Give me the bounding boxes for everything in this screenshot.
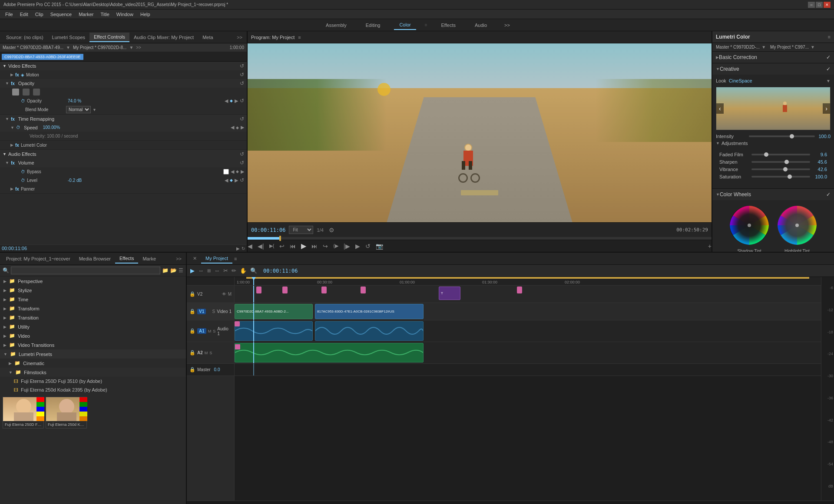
speed-right-arrow[interactable]: ▶ (241, 125, 244, 130)
tab-color[interactable]: Color (394, 20, 416, 30)
speed-left-arrow[interactable]: ◀ (231, 125, 234, 130)
tool-pen[interactable]: ✏ (231, 267, 237, 275)
motion-reset[interactable]: ↺ (240, 72, 244, 78)
v1-clip-1[interactable]: C9970D2D-8BA7-4933-A0BD-2... (235, 304, 313, 319)
effects-group-time[interactable]: ▶ 📁 Time (0, 295, 186, 304)
motion-expand[interactable]: ▶ (10, 72, 13, 77)
tab-effect-controls[interactable]: Effect Controls (89, 33, 129, 42)
volume-reset[interactable]: ↺ (240, 160, 244, 166)
blend-mode-arrow[interactable]: ▼ (93, 108, 96, 112)
ec-play-icon[interactable]: ▶ (236, 246, 240, 251)
transport-back5[interactable]: ↩ (279, 243, 285, 250)
master-lock-icon[interactable]: 🔒 (189, 367, 195, 372)
faded-film-thumb[interactable] (764, 152, 768, 157)
preview-next-arrow[interactable]: › (823, 103, 830, 114)
effects-group-transform[interactable]: ▶ 📁 Transform (0, 304, 186, 313)
creative-check[interactable]: ✓ (826, 66, 831, 72)
preview-prev-arrow[interactable]: ‹ (716, 103, 724, 114)
speed-keyframe-btn[interactable]: ◆ (236, 125, 239, 130)
transport-rewind[interactable]: ⏮ (290, 243, 296, 250)
menu-marker[interactable]: Marker (75, 11, 97, 18)
blend-mode-select[interactable]: Normal (66, 106, 91, 113)
shadow-tint-wheel[interactable] (728, 204, 771, 247)
tool-ripple[interactable]: ↔ (197, 267, 205, 275)
color-wheels-header[interactable]: ▼ Color Wheels ✓ (712, 189, 834, 200)
timeline-scrollbar[interactable] (187, 501, 834, 504)
transport-play-out[interactable]: {▶ (333, 243, 338, 249)
a1-clip-1[interactable] (235, 321, 313, 340)
tl-close-icon[interactable]: ✕ (189, 254, 201, 263)
timeline-tabs-more[interactable] (827, 257, 832, 260)
basic-correction-check[interactable]: ✓ (826, 54, 831, 60)
video-effects-header[interactable]: ▼ Video Effects ↺ (0, 62, 247, 70)
tool-select[interactable]: ▶ (189, 267, 195, 275)
tab-audio-clip-mixer[interactable]: Audio Clip Mixer: My Project (129, 33, 198, 42)
menu-edit[interactable]: Edit (17, 11, 32, 18)
time-remap-reset[interactable]: ↺ (240, 116, 244, 122)
lower-left-tabs-more[interactable]: >> (173, 254, 184, 263)
speed-expand[interactable]: ▼ (10, 125, 14, 130)
bypass-right-arrow[interactable]: ▶ (241, 169, 244, 175)
time-remap-expand[interactable]: ▼ (5, 117, 9, 121)
tab-meta[interactable]: Meta (198, 33, 217, 42)
speed-value[interactable]: 100.00% (43, 125, 60, 130)
opacity-right-arrow[interactable]: ▶ (235, 98, 238, 104)
effects-group-transition[interactable]: ▶ 📁 Transition (0, 313, 186, 322)
ec-loop-icon[interactable]: ↻ (242, 246, 245, 251)
adjustments-expand[interactable]: ▼ (716, 141, 720, 145)
transport-step-back[interactable]: ◀| (258, 243, 264, 250)
menu-clip[interactable]: Clip (32, 11, 47, 18)
lumetri-project-dropdown[interactable]: ▼ (811, 45, 815, 49)
maximize-button[interactable]: □ (816, 2, 823, 8)
faded-film-slider[interactable] (751, 154, 810, 155)
opacity-reset2[interactable]: ↺ (240, 98, 244, 104)
v1-lock-icon[interactable]: 🔒 (189, 309, 195, 314)
preset-fuji-1[interactable]: 🎞 Fuji Eterna 250D Fuji 3510 (by Adobe) (0, 377, 186, 385)
tab-lumetri-scopes[interactable]: Lumetri Scopes (48, 33, 89, 42)
tab-editing[interactable]: Editing (361, 21, 386, 30)
v1-sync-icon[interactable]: S (212, 309, 215, 314)
opacity-reset[interactable]: ↺ (240, 80, 244, 86)
transport-step-forward[interactable]: |▶ (344, 243, 350, 250)
transport-to-in[interactable]: ◀ (248, 243, 252, 250)
settings-icon[interactable]: ⚙ (329, 227, 334, 234)
transport-to-out[interactable]: ▶ (355, 243, 360, 250)
intensity-slider[interactable] (749, 135, 815, 137)
effects-group-cinematic[interactable]: ▶ 📁 Cinematic (0, 359, 186, 368)
a2-m-btn[interactable]: M (205, 351, 208, 355)
opacity-section-header[interactable]: ▼ fx Opacity ↺ (0, 79, 247, 88)
effects-group-filmstocks[interactable]: ▼ 📁 Filmstocks (0, 368, 186, 377)
audio-effects-header[interactable]: ▼ Audio Effects ↺ (0, 150, 247, 158)
a2-s-btn[interactable]: S (209, 351, 212, 355)
menu-sequence[interactable]: Sequence (47, 11, 76, 18)
tool-zoom[interactable]: 🔍 (249, 267, 258, 275)
transport-play-in[interactable]: ▶{ (269, 243, 275, 249)
bypass-keyframe[interactable]: ◆ (236, 169, 239, 174)
effects-search-input[interactable] (11, 267, 160, 274)
tab-markers[interactable]: Marke (138, 254, 160, 263)
video-effects-reset[interactable]: ↺ (240, 63, 244, 69)
menu-window[interactable]: Window (113, 11, 137, 18)
level-value[interactable]: -0.2 dB (68, 178, 82, 183)
opacity-expand[interactable]: ▼ (5, 81, 9, 86)
program-more[interactable]: ≡ (298, 35, 301, 40)
tool-slip[interactable]: ↔ (213, 267, 221, 275)
panner-expand[interactable]: ▶ (10, 187, 13, 191)
v2-mute-icon[interactable]: M (228, 292, 232, 296)
transport-play[interactable]: ▶ (301, 242, 306, 250)
transport-export-frame[interactable]: 📷 (376, 243, 383, 250)
tab-my-project[interactable]: My Project (201, 254, 232, 264)
opacity-left-arrow[interactable]: ◀ (225, 98, 228, 104)
lumetri-master-dropdown[interactable]: ▼ (761, 45, 766, 49)
a1-lock-icon[interactable]: 🔒 (189, 328, 195, 334)
a2-clip[interactable] (235, 343, 424, 362)
audio-effects-reset[interactable]: ↺ (240, 151, 244, 157)
thumb-fuji1[interactable]: Fuji Eterna 250D Fuji 3510... (3, 397, 44, 428)
effects-group-lumetri-presets[interactable]: ▼ 📁 Lumetri Presets (0, 349, 186, 359)
left-panel-tabs-more[interactable]: >> (234, 33, 245, 42)
new-folder-icon[interactable]: 📁 (162, 267, 169, 273)
saturation-thumb[interactable] (788, 175, 792, 179)
level-reset[interactable]: ↺ (240, 177, 244, 183)
creative-header[interactable]: ▼ Creative ✓ (712, 63, 834, 75)
opacity-keyframe-btn[interactable]: ◆ (230, 99, 233, 103)
